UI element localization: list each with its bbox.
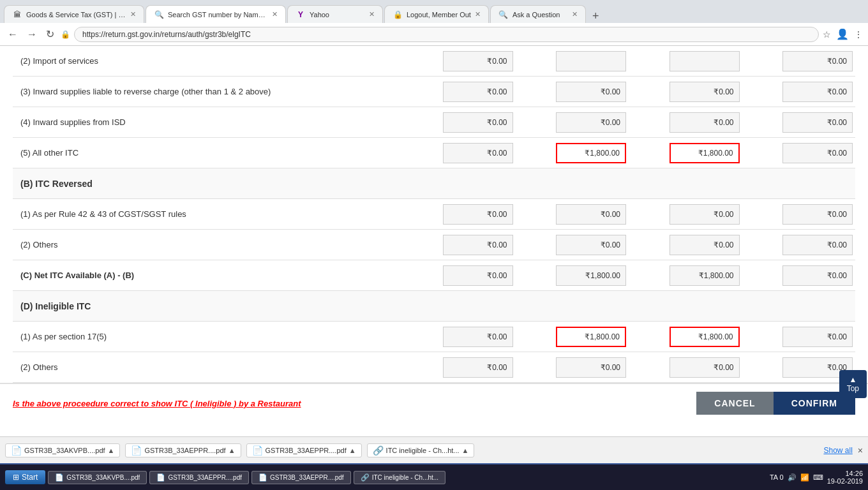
start-button[interactable]: ⊞ Start [5,470,45,484]
input-aoi-cgst[interactable]: ₹1,800.00 [556,143,626,163]
cells-others-b2: ₹0.00 ₹0.00 ₹0.00 ₹0.00 [402,232,855,258]
input-net-sgst[interactable]: ₹1,800.00 [670,265,740,286]
download-item-3[interactable]: 📄 GSTR3B_33AEPPR....pdf ▲ [246,443,362,457]
taskbar-item-4-label: ITC ineligible - Ch...ht... [372,474,438,481]
top-arrow-icon: ▲ [849,375,857,384]
clock: 14:26 19-02-2019 [827,470,863,485]
taskbar-item-4-icon: 🔗 [361,473,370,482]
cell-import-igst: ₹0.00 [402,48,516,74]
input-s175-sgst[interactable]: ₹1,800.00 [670,327,740,347]
label-rule42-43: (1) As per Rule 42 & 43 of CGST/SGST rul… [13,204,402,224]
input-aoi-sgst[interactable]: ₹1,800.00 [670,143,740,163]
top-button[interactable]: ▲ Top [839,370,867,398]
input-rc-sgst[interactable]: ₹0.00 [670,82,740,102]
back-button[interactable]: ← [5,27,20,41]
input-s175-cess[interactable]: ₹0.00 [782,327,853,347]
input-r42-sgst[interactable]: ₹0.00 [670,204,740,225]
cells-reverse-charge: ₹0.00 ₹0.00 ₹0.00 ₹0.00 [402,79,855,105]
refresh-button[interactable]: ↻ [43,27,57,41]
input-od2-cgst[interactable]: ₹0.00 [556,357,626,378]
taskbar-item-2-icon: 📄 [156,473,165,482]
pdf-icon-2: 📄 [131,445,142,456]
input-rc-cgst[interactable]: ₹0.00 [556,82,626,102]
input-import-igst[interactable]: ₹0.00 [443,51,513,71]
tab-askq[interactable]: 🔍 Ask a Question ✕ [490,5,586,23]
action-buttons: CANCEL CONFIRM [696,392,855,415]
cells-isd: ₹0.00 ₹0.00 ₹0.00 ₹0.00 [402,110,855,135]
input-isd-cgst[interactable]: ₹0.00 [556,112,626,133]
input-ob2-sgst[interactable]: ₹0.00 [670,235,740,255]
tab-gst[interactable]: 🏛 Goods & Service Tax (GST) | Us... ✕ [4,5,144,23]
tab-search[interactable]: 🔍 Search GST number by Name o... ✕ [146,5,286,23]
input-import-cess[interactable]: ₹0.00 [782,51,853,71]
bookmark-button[interactable]: ☆ [823,29,831,40]
input-net-cgst[interactable]: ₹1,800.00 [556,265,626,286]
input-od2-sgst[interactable]: ₹0.00 [670,357,740,378]
input-import-sgst[interactable] [670,51,740,71]
cells-others-d2: ₹0.00 ₹0.00 ₹0.00 ₹0.00 [402,355,855,380]
menu-button[interactable]: ⋮ [854,29,863,40]
tab-yahoo-close[interactable]: ✕ [369,10,375,19]
close-downloads-icon[interactable]: × [858,445,863,456]
input-ob2-cgst[interactable]: ₹0.00 [556,235,626,255]
row-rule42-43: (1) As per Rule 42 & 43 of CGST/SGST rul… [13,199,855,230]
label-others-b2: (2) Others [13,235,402,255]
download-caret-2[interactable]: ▲ [228,447,236,454]
cells-import-services: ₹0.00 ₹0.00 [402,48,855,74]
input-net-igst[interactable]: ₹0.00 [443,265,513,286]
speaker-icon: 🔊 [788,473,797,482]
new-tab-button[interactable]: + [587,10,604,23]
cells-all-other-itc: ₹0.00 ₹1,800.00 ₹1,800.00 ₹0.00 [402,140,855,166]
input-rc-cess[interactable]: ₹0.00 [782,82,853,102]
label-isd: (4) Inward supplies from ISD [13,112,402,132]
tab-logout[interactable]: 🔒 Logout, Member Out ✕ [384,5,489,23]
input-ob2-cess[interactable]: ₹0.00 [782,235,853,255]
taskbar-item-1-icon: 📄 [55,473,64,482]
tab-yahoo[interactable]: Y Yahoo ✕ [287,5,383,23]
row-section-17-5: (1) As per section 17(5) ₹0.00 ₹1,800.00… [13,322,855,352]
input-aoi-cess[interactable]: ₹0.00 [782,143,853,163]
clock-date: 19-02-2019 [827,477,863,485]
input-isd-cess[interactable]: ₹0.00 [782,112,853,133]
download-item-1[interactable]: 📄 GSTR3B_33AKVPB....pdf ▲ [5,443,120,457]
section-itc-reversed: (B) ITC Reversed [13,168,855,199]
input-r42-cess[interactable]: ₹0.00 [782,204,853,225]
tab-logout-close[interactable]: ✕ [475,10,481,19]
input-r42-cgst[interactable]: ₹0.00 [556,204,626,225]
profile-button[interactable]: 👤 [836,28,849,40]
input-od2-igst[interactable]: ₹0.00 [443,357,513,378]
input-rc-igst[interactable]: ₹0.00 [443,82,513,102]
page-content: (2) Import of services ₹0.00 ₹0.00 [0,46,868,436]
forward-button[interactable]: → [24,27,40,41]
label-others-d2: (2) Others [13,357,402,377]
label-itc-reversed: (B) ITC Reversed [13,174,402,194]
taskbar-item-4[interactable]: 🔗 ITC ineligible - Ch...ht... [354,471,445,484]
tab-askq-close[interactable]: ✕ [572,10,578,19]
download-caret-1[interactable]: ▲ [108,447,115,454]
input-import-cgst[interactable] [556,51,626,71]
tab-search-close[interactable]: ✕ [272,10,278,19]
download-caret-4[interactable]: ▲ [462,447,469,454]
input-isd-sgst[interactable]: ₹0.00 [670,112,740,133]
tab-gst-close[interactable]: ✕ [130,10,136,19]
input-aoi-igst[interactable]: ₹0.00 [443,143,513,163]
input-isd-igst[interactable]: ₹0.00 [443,112,513,133]
input-s175-cgst[interactable]: ₹1,800.00 [556,327,626,347]
download-item-4[interactable]: 🔗 ITC ineligible - Ch...ht... ▲ [367,443,475,457]
tab-yahoo-icon: Y [296,10,306,20]
download-caret-3[interactable]: ▲ [349,447,356,454]
label-net-itc: (C) Net ITC Available (A) - (B) [13,265,402,285]
input-ob2-igst[interactable]: ₹0.00 [443,235,513,255]
taskbar-item-2[interactable]: 📄 GSTR3B_33AEPPR....pdf [149,471,249,484]
taskbar-item-3[interactable]: 📄 GSTR3B_33AEPPR....pdf [251,471,351,484]
input-r42-igst[interactable]: ₹0.00 [443,204,513,225]
input-net-cess[interactable]: ₹0.00 [782,265,853,286]
row-import-services: (2) Import of services ₹0.00 ₹0.00 [13,46,855,77]
show-all-button[interactable]: Show all [823,446,852,455]
taskbar-item-1[interactable]: 📄 GSTR3B_33AKVPB....pdf [48,471,147,484]
address-bar[interactable] [74,27,819,42]
cell-import-cess: ₹0.00 [742,48,856,74]
input-s175-igst[interactable]: ₹0.00 [443,327,513,347]
cancel-button[interactable]: CANCEL [696,392,773,415]
download-item-2[interactable]: 📄 GSTR3B_33AEPPR....pdf ▲ [125,443,241,457]
